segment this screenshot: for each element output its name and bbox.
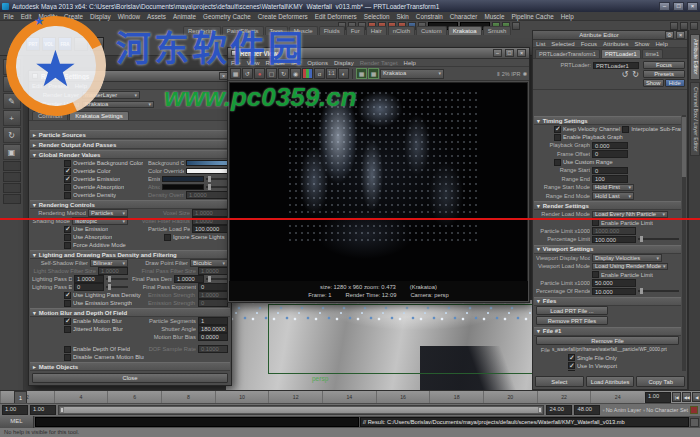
- load-prt-file-button[interactable]: Load PRT File ...: [536, 306, 608, 315]
- range-start-field[interactable]: 0: [592, 167, 628, 175]
- frame-offset-field[interactable]: 0: [592, 150, 628, 158]
- copy-tab-button[interactable]: Copy Tab: [636, 376, 685, 387]
- shutter-angle-field[interactable]: 180.0000: [198, 325, 228, 333]
- lighting-density-field[interactable]: 1.0000: [74, 275, 104, 283]
- section-viewport-settings[interactable]: Viewport Settings: [534, 245, 681, 254]
- section-render-settings[interactable]: Render Settings: [534, 201, 681, 210]
- menu-item[interactable]: Display: [86, 13, 114, 20]
- pin-icon[interactable]: ⊙: [665, 31, 674, 39]
- section-file-1[interactable]: File #1: [534, 327, 681, 336]
- density-override-field[interactable]: 1.0000: [186, 191, 228, 199]
- select-button[interactable]: Select: [535, 376, 584, 387]
- force-additive-checkbox[interactable]: [64, 242, 71, 249]
- absorption-override-swatch[interactable]: [162, 184, 204, 191]
- render-load-mode-dropdown[interactable]: Load Every Nth Particle: [592, 211, 668, 219]
- range-end-field[interactable]: 100: [592, 175, 628, 183]
- select-tool-icon[interactable]: ►: [3, 59, 21, 75]
- menu-item[interactable]: Create: [61, 13, 87, 20]
- gear-icon[interactable]: ✱: [522, 71, 527, 77]
- menu-item[interactable]: Create Deformers: [254, 13, 311, 20]
- shelf-tab[interactable]: PaintEffects: [222, 26, 264, 35]
- render-settings-titlebar[interactable]: Render Settings ×: [29, 71, 231, 82]
- timeline-tick[interactable]: 4: [54, 391, 108, 403]
- anim-layer-dropdown[interactable]: No Anim Layer: [602, 407, 641, 413]
- timeline-tick[interactable]: 22: [537, 391, 591, 403]
- attribute-editor-header[interactable]: Attribute Editor ⊙ ×: [533, 31, 687, 40]
- menu-item[interactable]: IPR: [288, 60, 304, 66]
- shelf-tab[interactable]: nCloth: [388, 26, 415, 35]
- render-particle-limit-field[interactable]: 1000.000: [592, 227, 636, 235]
- back-arrow-icon[interactable]: ↺: [622, 70, 629, 79]
- close-icon[interactable]: ×: [687, 2, 698, 11]
- rotate-tool-icon[interactable]: ↻: [3, 127, 21, 143]
- particle-segments-field[interactable]: 1: [198, 317, 228, 325]
- one-to-one-icon[interactable]: 1:1: [326, 68, 337, 79]
- viewport-display-mode-dropdown[interactable]: Display Velocities: [592, 254, 662, 262]
- tool-settings-toggle-icon[interactable]: [680, 22, 688, 30]
- menu-item[interactable]: File: [228, 60, 244, 66]
- particle-load-field[interactable]: 100.0000: [192, 225, 228, 233]
- timeline-tick[interactable]: 20: [483, 391, 537, 403]
- refresh-icon[interactable]: ↻: [278, 68, 289, 79]
- menu-item[interactable]: Geometry Cache: [200, 13, 255, 20]
- use-emission-checkbox[interactable]: [64, 226, 71, 233]
- alpha-channel-icon[interactable]: α: [314, 68, 325, 79]
- transport-button[interactable]: |◀: [672, 392, 681, 402]
- playback-end-field[interactable]: 24.00: [546, 405, 572, 415]
- single-file-only-checkbox[interactable]: [568, 354, 575, 361]
- render-scene-icon[interactable]: ▦: [230, 68, 241, 79]
- enable-motion-blur-checkbox[interactable]: [64, 318, 71, 325]
- use-in-render-checkbox[interactable]: [568, 370, 575, 371]
- section-particle-sources[interactable]: Particle Sources: [30, 130, 230, 139]
- menu-item[interactable]: List: [533, 41, 548, 47]
- transport-button[interactable]: ◀◀: [682, 392, 691, 402]
- forward-arrow-icon[interactable]: ↻: [632, 70, 639, 79]
- paint-select-tool-icon[interactable]: ✎: [3, 93, 21, 109]
- shelf-prt-loader-icon[interactable]: PRT: [26, 37, 40, 51]
- shelf-tab[interactable]: Krakatoa: [448, 26, 482, 35]
- timeline-tick[interactable]: 14: [322, 391, 376, 403]
- menu-item[interactable]: View: [244, 60, 263, 66]
- layout-single-pane-button[interactable]: [3, 161, 21, 171]
- range-handle-end[interactable]: [538, 407, 542, 413]
- exposure-icon[interactable]: ◐: [338, 68, 349, 79]
- section-render-output[interactable]: Render Output And Passes: [30, 140, 230, 149]
- light-shadow-size-field[interactable]: 1.0000: [98, 267, 128, 275]
- timeline-tick[interactable]: 6: [107, 391, 161, 403]
- menu-item[interactable]: Display: [331, 60, 357, 66]
- timeline-tick[interactable]: 18: [429, 391, 483, 403]
- menu-item[interactable]: Show: [631, 41, 652, 47]
- section-lighting-filtering[interactable]: Lighting and Drawing Pass Density and Fi…: [30, 250, 230, 259]
- range-end-mode-dropdown[interactable]: Hold Last: [592, 192, 634, 200]
- script-language-button[interactable]: MEL: [0, 416, 34, 428]
- command-input[interactable]: [35, 417, 359, 427]
- close-button[interactable]: Close: [32, 373, 228, 383]
- animation-end-field[interactable]: 48.00: [574, 405, 600, 415]
- background-color-swatch[interactable]: [186, 160, 228, 167]
- menu-item[interactable]: Render Target: [357, 60, 401, 66]
- override-background-color-checkbox[interactable]: [64, 160, 71, 167]
- final-density-field[interactable]: 1.0000: [174, 275, 204, 283]
- final-filter-size-field[interactable]: 1.0000: [198, 267, 228, 275]
- redo-previous-render-icon[interactable]: ↺: [242, 68, 253, 79]
- snapshot-icon[interactable]: ◉: [290, 68, 301, 79]
- sidebar-vertical-tab[interactable]: Attribute Editor: [690, 34, 700, 80]
- remove-file-button[interactable]: Remove File: [536, 336, 679, 345]
- set-key-icon[interactable]: [690, 406, 698, 414]
- override-emission-checkbox[interactable]: [64, 176, 71, 183]
- shelf-icon[interactable]: [74, 37, 88, 51]
- menu-item[interactable]: Options: [304, 60, 331, 66]
- viewport-particle-limit-field[interactable]: 50.000: [592, 279, 636, 287]
- final-exponent-field[interactable]: 0: [198, 283, 228, 291]
- emission-override-swatch[interactable]: [162, 176, 204, 183]
- shelf-tab[interactable]: Fluids: [319, 26, 345, 35]
- override-density-checkbox[interactable]: [64, 192, 71, 199]
- menu-item[interactable]: Constrain: [412, 13, 446, 20]
- sidebar-vertical-tab[interactable]: Channel Box / Layer Editor: [690, 82, 700, 156]
- menu-item[interactable]: Help: [652, 41, 670, 47]
- menu-item[interactable]: Selected: [548, 41, 577, 47]
- menu-item[interactable]: Modify: [35, 13, 61, 20]
- show-button[interactable]: Show: [643, 79, 664, 87]
- menu-item[interactable]: Selection: [360, 13, 393, 20]
- ignore-scene-lights-checkbox[interactable]: [164, 234, 171, 241]
